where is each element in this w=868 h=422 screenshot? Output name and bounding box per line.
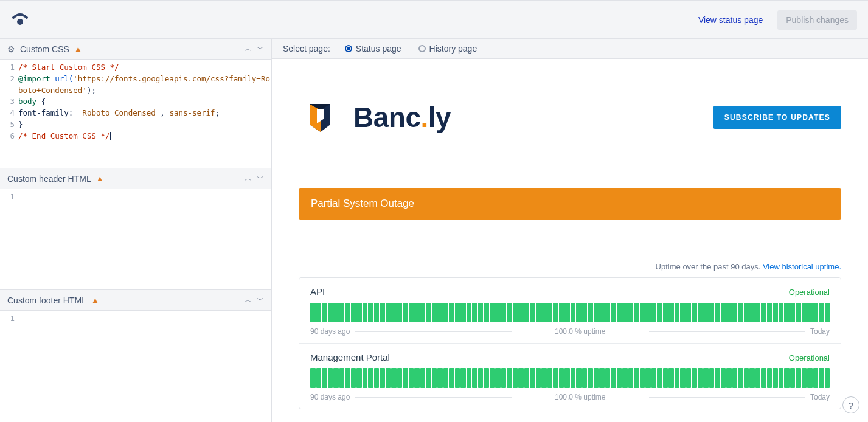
status-page-preview: Banc.ly SUBSCRIBE TO UPDATES Partial Sys…: [272, 59, 868, 422]
page-selector-bar: Select page: Status page History page: [272, 39, 868, 59]
preview-pane: Select page: Status page History page: [272, 39, 868, 422]
topbar-actions: View status page Publish changes: [698, 10, 857, 30]
radio-icon: [345, 45, 352, 52]
component-name: API: [310, 286, 325, 297]
component-row: Management Portal Operational 90 days ag…: [299, 343, 841, 409]
help-button[interactable]: ?: [842, 396, 859, 413]
custom-css-editor[interactable]: 1/* Start Custom CSS */ 2@import url('ht…: [0, 60, 271, 168]
component-status: Operational: [789, 353, 830, 362]
view-historical-uptime-link[interactable]: View historical uptime.: [763, 262, 841, 271]
uptime-bar-chart: [310, 368, 830, 388]
brand-row: Banc.ly SUBSCRIBE TO UPDATES: [299, 95, 841, 139]
warning-icon: ▲: [74, 44, 82, 54]
app-logo: [11, 13, 29, 27]
editor-sidebar: ⚙ Custom CSS ▲ ︿ ﹀ 1/* Start Custom CSS …: [0, 39, 272, 422]
component-name: Management Portal: [310, 352, 390, 362]
custom-footer-editor[interactable]: 1: [0, 311, 271, 422]
brand-logo: Banc.ly: [299, 95, 451, 139]
top-bar: View status page Publish changes: [0, 0, 868, 39]
radio-history-page[interactable]: History page: [418, 44, 477, 54]
custom-header-title: Custom header HTML: [7, 174, 91, 184]
uptime-range-end: Today: [810, 393, 830, 401]
radio-history-page-label: History page: [429, 44, 477, 54]
radio-icon: [418, 45, 426, 52]
custom-css-title: Custom CSS: [20, 44, 69, 54]
uptime-range-start: 90 days ago: [310, 327, 350, 336]
gear-icon: ⚙: [7, 44, 15, 54]
statuspage-logo-icon: [11, 13, 29, 27]
uptime-percentage: 100.0 % uptime: [350, 393, 810, 401]
subscribe-button[interactable]: SUBSCRIBE TO UPDATES: [713, 106, 841, 129]
select-page-label: Select page:: [283, 44, 330, 54]
custom-header-editor[interactable]: 1: [0, 189, 271, 289]
brand-mark-icon: [299, 95, 342, 139]
chevron-down-icon[interactable]: ﹀: [257, 173, 264, 184]
view-status-page-link[interactable]: View status page: [698, 15, 763, 25]
main-layout: ⚙ Custom CSS ▲ ︿ ﹀ 1/* Start Custom CSS …: [0, 39, 868, 422]
component-row: API Operational 90 days ago 100.0 % upti…: [299, 278, 841, 343]
publish-changes-button[interactable]: Publish changes: [777, 10, 857, 30]
warning-icon: ▲: [96, 174, 104, 183]
text-cursor: [110, 132, 111, 140]
custom-header-panel-header[interactable]: Custom header HTML ▲ ︿ ﹀: [0, 168, 271, 189]
custom-footer-title: Custom footer HTML: [7, 296, 86, 305]
svg-point-0: [17, 19, 23, 25]
components-card: API Operational 90 days ago 100.0 % upti…: [299, 277, 841, 409]
uptime-range-start: 90 days ago: [310, 393, 350, 401]
chevron-up-icon[interactable]: ︿: [245, 173, 252, 184]
component-status: Operational: [789, 288, 830, 297]
uptime-percentage: 100.0 % uptime: [350, 327, 810, 336]
warning-icon: ▲: [91, 296, 99, 305]
custom-css-panel-header[interactable]: ⚙ Custom CSS ▲ ︿ ﹀: [0, 39, 271, 60]
uptime-bar-chart: [310, 303, 830, 322]
uptime-range-end: Today: [810, 327, 830, 336]
preview-scroll[interactable]: Banc.ly SUBSCRIBE TO UPDATES Partial Sys…: [272, 59, 868, 422]
chevron-down-icon[interactable]: ﹀: [257, 295, 264, 305]
radio-status-page[interactable]: Status page: [345, 44, 401, 54]
brand-name: Banc.ly: [353, 101, 451, 134]
chevron-up-icon[interactable]: ︿: [245, 295, 252, 305]
status-banner: Partial System Outage: [299, 188, 841, 220]
radio-status-page-label: Status page: [356, 44, 401, 54]
custom-footer-panel-header[interactable]: Custom footer HTML ▲ ︿ ﹀: [0, 289, 271, 311]
uptime-note: Uptime over the past 90 days. View histo…: [299, 262, 841, 271]
chevron-down-icon[interactable]: ﹀: [257, 44, 264, 54]
chevron-up-icon[interactable]: ︿: [245, 44, 252, 54]
